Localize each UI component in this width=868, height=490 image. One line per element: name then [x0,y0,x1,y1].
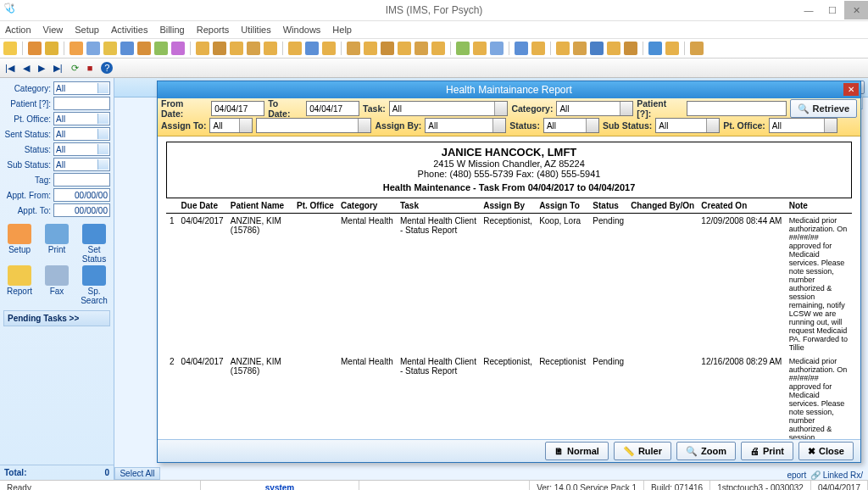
assign-to-select[interactable]: All [209,118,253,133]
cell-pat: ANZINE, KIM (15786) [227,214,293,355]
pt-office-select[interactable]: All [53,112,110,125]
close-button[interactable]: ✖Close [798,442,854,460]
lock-icon[interactable] [665,42,679,55]
set-status-button[interactable]: Set Status [76,224,112,264]
ruler-button[interactable]: 📏Ruler [614,442,671,460]
total-bar: Total: 0 [0,465,114,480]
sp-search-button[interactable]: Sp. Search [76,265,112,305]
status-select[interactable]: All [543,118,599,133]
tool-icon[interactable] [322,42,336,55]
tool-icon[interactable] [3,42,17,55]
dialog-close-button[interactable]: ✕ [843,83,859,96]
report-area[interactable]: JANICE HANCOCK, LMFT 2415 W Mission Chan… [158,136,860,439]
tool-icon[interactable] [473,42,487,55]
menu-action[interactable]: Action [5,25,31,35]
category-select[interactable]: All [53,81,110,95]
tool-icon[interactable] [213,42,226,55]
tool-icon[interactable] [456,42,470,55]
linked-rx-link[interactable]: 🔗 Linked Rx/ [810,471,863,480]
provider-name: JANICE HANCOCK, LMFT [167,146,851,159]
tool-icon[interactable] [196,42,209,55]
tool-icon[interactable] [347,42,360,55]
menu-setup[interactable]: Setup [75,25,99,35]
tool-icon[interactable] [431,42,445,55]
tool-icon[interactable] [364,42,377,55]
fax-button[interactable]: Fax [39,265,75,305]
col-created-on: Created On [698,198,785,214]
select-all-button[interactable]: Select All [114,467,160,480]
tool-icon[interactable] [398,42,411,55]
print-button[interactable]: 🖨Print [741,442,793,460]
appt-from-input[interactable]: 00/00/00 [53,188,110,202]
tool-icon[interactable] [70,42,83,55]
tool-icon[interactable] [690,42,704,55]
to-date-input[interactable]: 04/04/17 [306,101,359,116]
tool-icon[interactable] [120,42,134,55]
provider-phone: Phone: (480) 555-5739 Fax: (480) 555-594… [167,169,851,179]
assign-by-select[interactable]: All [425,118,506,133]
tool-icon[interactable] [154,42,168,55]
menu-windows[interactable]: Windows [283,25,321,35]
nav-next-icon[interactable]: ▶ [38,63,45,74]
tool-icon[interactable] [624,42,637,55]
menu-activities[interactable]: Activities [111,25,147,35]
retrieve-button[interactable]: 🔍Retrieve [790,99,857,118]
cell-task: Mental Health Client - Status Report [397,214,480,355]
nav-refresh-icon[interactable]: ⟳ [71,63,79,74]
tool-icon[interactable] [137,42,151,55]
tool-icon[interactable] [590,42,604,55]
tool-icon[interactable] [247,42,260,55]
normal-button[interactable]: 🗎Normal [545,442,609,460]
report-link[interactable]: eport [787,471,806,480]
pt-office-select[interactable]: All [769,118,837,133]
tool-icon[interactable] [607,42,620,55]
tag-input[interactable] [53,173,110,187]
tool-icon[interactable] [45,42,58,55]
nav-stop-icon[interactable]: ■ [87,63,93,73]
tool-icon[interactable] [573,42,587,55]
nav-help-icon[interactable]: ? [101,62,113,74]
nav-prev-icon[interactable]: ◀ [23,63,30,74]
report-button[interactable]: Report [2,265,37,305]
help-icon[interactable] [648,42,662,55]
tool-icon[interactable] [556,42,570,55]
tool-icon[interactable] [28,42,42,55]
appt-to-input[interactable]: 00/00/00 [53,203,110,217]
cell-off [293,354,337,439]
assign-to-name-select[interactable] [256,118,371,133]
sub-status-select[interactable]: All [655,118,720,133]
tool-icon[interactable] [171,42,185,55]
menu-help[interactable]: Help [332,25,352,35]
tool-icon[interactable] [264,42,277,55]
tool-icon[interactable] [103,42,117,55]
nav-last-icon[interactable]: ▶| [53,63,63,74]
menu-utilities[interactable]: Utilities [241,25,270,35]
menu-billing[interactable]: Billing [159,25,184,35]
col-due-date: Due Date [178,198,227,214]
tool-icon[interactable] [490,42,504,55]
menu-reports[interactable]: Reports [197,25,230,35]
tool-icon[interactable] [531,42,545,55]
patient-input[interactable] [53,97,110,110]
tool-icon[interactable] [305,42,319,55]
task-select[interactable]: All [389,101,509,116]
tool-icon[interactable] [86,42,100,55]
category-select[interactable]: All [556,101,633,116]
sub-status-select[interactable]: All [53,158,110,171]
patient-input[interactable] [687,101,787,116]
tool-icon[interactable] [230,42,243,55]
setup-button[interactable]: Setup [2,224,37,264]
menu-view[interactable]: View [43,25,64,35]
status-select[interactable]: All [53,142,110,156]
sent-status-select[interactable]: All [53,127,110,141]
tool-icon[interactable] [415,42,428,55]
tool-icon[interactable] [515,42,528,55]
tool-icon[interactable] [288,42,302,55]
print-button[interactable]: Print [39,224,75,264]
tool-icon[interactable] [381,42,394,55]
pending-tasks-button[interactable]: Pending Tasks >> [3,310,110,326]
from-date-input[interactable]: 04/04/17 [211,101,264,116]
nav-first-icon[interactable]: |◀ [5,63,14,74]
zoom-button[interactable]: 🔍Zoom [676,442,736,460]
tag-label: Tag: [3,175,51,185]
